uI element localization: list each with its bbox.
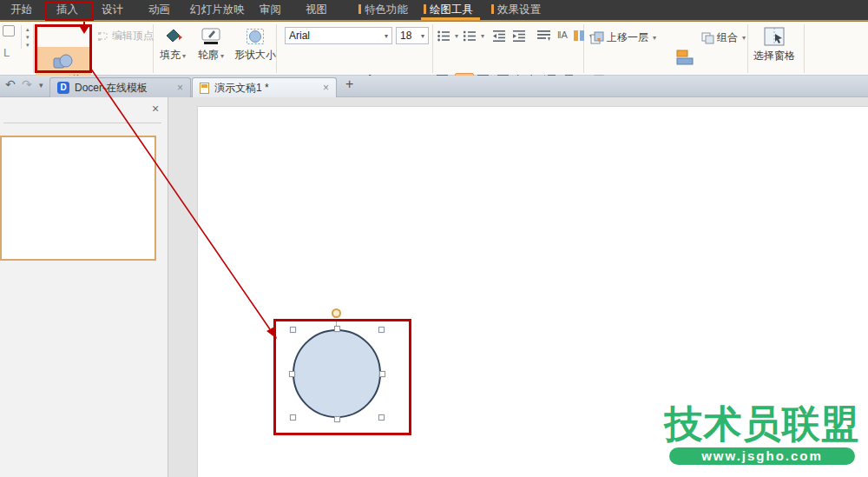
shape-gallery-icon[interactable] bbox=[3, 25, 15, 36]
menu-review[interactable]: 审阅 bbox=[260, 0, 281, 20]
tab-docer-template[interactable]: D Docer-在线模板 × bbox=[49, 77, 191, 97]
ribbon: L ▴▾▾ 更改形状 编辑顶点 A 文本框 填充 轮廓 bbox=[0, 22, 868, 76]
bring-forward-button[interactable]: 上移一层 bbox=[590, 30, 656, 45]
bullet-list-icon bbox=[437, 30, 450, 42]
resize-handle-top-center[interactable] bbox=[334, 326, 340, 332]
slide-canvas[interactable] bbox=[197, 106, 868, 477]
decrease-indent-icon bbox=[493, 30, 506, 42]
slide-thumbnail[interactable] bbox=[0, 136, 156, 261]
shape-size-icon bbox=[246, 28, 265, 45]
menu-effect-settings[interactable]: 效果设置 bbox=[491, 0, 541, 20]
selection-pane-button[interactable]: 选择窗格 bbox=[753, 27, 795, 63]
close-tab-icon[interactable]: × bbox=[177, 82, 183, 94]
numbered-list-button[interactable] bbox=[464, 30, 484, 42]
active-tab-underline bbox=[421, 17, 480, 20]
outline-button[interactable]: 轮廓 bbox=[198, 28, 224, 63]
docer-icon: D bbox=[57, 82, 69, 94]
columns-icon bbox=[574, 30, 585, 42]
shape-size-button[interactable]: 形状大小 bbox=[234, 28, 276, 63]
menu-home[interactable]: 开始 bbox=[10, 0, 32, 20]
shape-gallery-letter[interactable]: L bbox=[3, 46, 10, 59]
accent-bar-icon bbox=[491, 4, 494, 14]
menu-slideshow[interactable]: 幻灯片放映 bbox=[190, 0, 245, 20]
font-size-combo[interactable]: 18▾ bbox=[396, 27, 429, 44]
panel-divider bbox=[3, 123, 161, 123]
accent-bar-icon bbox=[358, 4, 361, 14]
close-panel-icon[interactable]: × bbox=[152, 102, 159, 116]
resize-handle-top-right[interactable] bbox=[378, 327, 385, 333]
chevron-down-icon: ▾ bbox=[385, 32, 388, 40]
group-icon bbox=[701, 32, 714, 44]
fill-button[interactable]: 填充 bbox=[160, 28, 186, 63]
align-objects-icon[interactable] bbox=[676, 50, 694, 66]
rotation-handle[interactable] bbox=[332, 308, 341, 318]
title-bar: 开始 插入 设计 动画 幻灯片放映 审阅 视图 特色功能 绘图工具 效果设置 bbox=[0, 0, 868, 20]
group-button[interactable]: 组合 bbox=[701, 30, 746, 45]
undo-button[interactable]: ↶ bbox=[5, 77, 16, 91]
resize-handle-middle-right[interactable] bbox=[379, 371, 385, 377]
increase-indent-icon bbox=[513, 30, 526, 42]
gallery-scroll-buttons[interactable]: ▴▾▾ bbox=[21, 25, 30, 49]
fill-icon bbox=[162, 28, 183, 45]
document-tab-bar: ↶ ↷ ▾ D Docer-在线模板 × 演示文稿1 * × + bbox=[0, 76, 868, 97]
resize-handle-top-left[interactable] bbox=[290, 327, 296, 333]
menu-insert[interactable]: 插入 bbox=[56, 0, 78, 20]
tab-presentation1[interactable]: 演示文稿1 * × bbox=[192, 77, 337, 97]
menu-special-features[interactable]: 特色功能 bbox=[358, 0, 408, 20]
undo-dropdown[interactable]: ▾ bbox=[39, 81, 43, 89]
outline-icon bbox=[201, 28, 221, 45]
menu-view[interactable]: 视图 bbox=[306, 0, 327, 20]
close-tab-icon[interactable]: × bbox=[323, 82, 329, 94]
resize-handle-bottom-right[interactable] bbox=[378, 414, 385, 421]
edit-vertex-icon bbox=[97, 31, 109, 42]
menu-animation[interactable]: 动画 bbox=[148, 0, 170, 20]
resize-handle-bottom-center[interactable] bbox=[334, 416, 340, 422]
decrease-indent-button[interactable] bbox=[493, 30, 506, 42]
line-spacing-icon bbox=[537, 30, 551, 42]
numbered-list-icon bbox=[464, 30, 477, 42]
selection-pane-icon bbox=[764, 27, 785, 46]
line-spacing-button[interactable] bbox=[537, 30, 551, 42]
font-name-combo[interactable]: Arial▾ bbox=[285, 27, 392, 44]
bring-forward-icon bbox=[590, 31, 604, 44]
accent-bar-icon bbox=[424, 4, 426, 14]
bullet-list-button[interactable] bbox=[437, 30, 458, 42]
change-shape-icon bbox=[53, 54, 74, 70]
resize-handle-middle-left[interactable] bbox=[289, 371, 295, 377]
resize-handle-bottom-left[interactable] bbox=[290, 414, 296, 421]
new-tab-button[interactable]: + bbox=[345, 76, 353, 92]
presentation-file-icon bbox=[200, 83, 209, 94]
increase-indent-button[interactable] bbox=[513, 30, 526, 42]
redo-button[interactable]: ↷ bbox=[22, 77, 32, 91]
slide-thumbnail-panel: × bbox=[0, 97, 168, 477]
text-direction-button[interactable]: ‖A bbox=[557, 30, 568, 40]
chevron-down-icon: ▾ bbox=[421, 32, 424, 40]
oval-shape[interactable] bbox=[293, 329, 381, 418]
edit-vertex-button[interactable]: 编辑顶点 bbox=[97, 29, 154, 43]
menu-design[interactable]: 设计 bbox=[102, 0, 123, 20]
